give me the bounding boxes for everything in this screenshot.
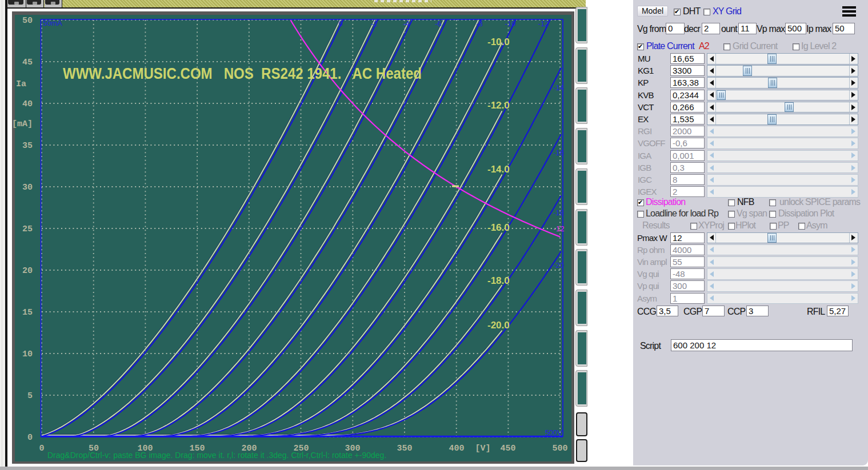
svg-text:450: 450 [500, 444, 515, 453]
svg-text:-12: -12 [538, 19, 549, 28]
svg-text:-16.0: -16.0 [487, 222, 510, 233]
svg-text:-10: -10 [505, 19, 516, 28]
svg-text:-12: -12 [554, 224, 565, 233]
svg-text:-20: -20 [553, 261, 564, 270]
svg-text:5: 5 [27, 391, 33, 401]
svg-text:25: 25 [22, 224, 33, 234]
svg-text:-18.0: -18.0 [487, 275, 510, 286]
svg-text:400: 400 [449, 444, 464, 453]
svg-text:45: 45 [22, 58, 33, 67]
svg-text:-14.0: -14.0 [487, 164, 510, 175]
svg-text:-12.0: -12.0 [487, 100, 510, 111]
svg-text:Drag&Drop/Ctrl-v: paste BG ima: Drag&Drop/Ctrl-v: paste BG image. Drag: … [47, 451, 386, 460]
svg-text:-2: -2 [371, 19, 378, 28]
svg-text:40: 40 [22, 99, 33, 109]
svg-text:-16: -16 [553, 148, 564, 157]
svg-text:-20.0: -20.0 [487, 320, 510, 331]
svg-text:0: 0 [39, 444, 44, 453]
svg-text:500: 500 [552, 444, 567, 453]
svg-text:20: 20 [22, 266, 33, 276]
svg-text:-6: -6 [435, 19, 442, 28]
svg-text:[mA]: [mA] [12, 119, 33, 129]
svg-text:10: 10 [22, 350, 33, 359]
svg-text:50: 50 [22, 16, 33, 26]
svg-text:-4: -4 [403, 19, 410, 28]
svg-text:0: 0 [338, 19, 342, 28]
svg-text:15: 15 [22, 308, 33, 318]
svg-text:350: 350 [397, 444, 412, 453]
svg-text:[V]: [V] [475, 444, 490, 453]
svg-text:WWW.JACMUSIC.COM NOS RS242: WWW.JACMUSIC.COM NOS RS242 1941. AC Heat… [63, 65, 422, 82]
svg-text:50mA: 50mA [43, 19, 62, 27]
svg-text:-10.0: -10.0 [487, 37, 510, 47]
svg-text:500V: 500V [545, 428, 563, 437]
svg-text:30: 30 [22, 183, 33, 192]
svg-text:0: 0 [27, 433, 33, 443]
svg-text:-8: -8 [476, 19, 483, 28]
svg-text:35: 35 [22, 141, 33, 151]
svg-text:-18: -18 [553, 208, 564, 217]
svg-text:-14: -14 [553, 83, 564, 92]
svg-text:Ia: Ia [16, 79, 26, 89]
